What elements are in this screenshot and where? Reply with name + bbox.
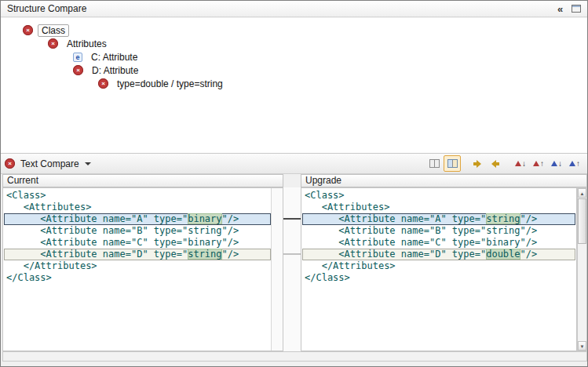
previous-change-button[interactable]: ↑ bbox=[566, 155, 583, 172]
code-text: "/> bbox=[520, 249, 538, 260]
tree-item[interactable]: ×Attributes bbox=[1, 37, 587, 50]
tree-item[interactable]: ×Class bbox=[1, 24, 587, 37]
code-line[interactable]: <Attribute name="C" type="binary"/> bbox=[4, 237, 271, 249]
scrollbar-thumb[interactable] bbox=[578, 198, 586, 244]
tree-item-label: Class bbox=[38, 24, 69, 37]
code-text: <Attribute name="B" type="string"/> bbox=[6, 225, 239, 236]
compare-editor-window: Structure Compare « ×Class×AttributeseC:… bbox=[0, 0, 588, 367]
code-line[interactable]: </Attributes> bbox=[4, 260, 271, 272]
diff-segment: string bbox=[188, 249, 221, 260]
tree-item-label: Attributes bbox=[63, 38, 111, 50]
code-text: "/> bbox=[222, 249, 239, 260]
diff-change-icon: × bbox=[48, 38, 58, 49]
code-text: </Attributes> bbox=[305, 260, 396, 271]
code-line[interactable]: <Attributes> bbox=[302, 202, 575, 213]
code-text: <Attributes> bbox=[6, 202, 91, 213]
tree-item[interactable]: ×D: Attribute bbox=[1, 64, 587, 77]
hide-show-ancestor-pane-button[interactable] bbox=[425, 155, 443, 172]
panes-color-icon bbox=[447, 159, 458, 168]
diff-change-icon: × bbox=[98, 78, 108, 89]
view-menu-button[interactable] bbox=[569, 2, 583, 15]
diff-connector-selected bbox=[283, 218, 301, 220]
code-line[interactable]: <Attribute name="D" type="double"/> bbox=[302, 249, 575, 260]
structure-compare-title: Structure Compare bbox=[7, 3, 86, 14]
nav-down-blue-icon: ↓ bbox=[551, 160, 562, 168]
code-line[interactable]: <Attributes> bbox=[4, 202, 271, 213]
right-code-area[interactable]: <Class> <Attributes> <Attribute name="A"… bbox=[302, 189, 575, 350]
code-line[interactable]: </Class> bbox=[302, 272, 575, 284]
tree-item-label: C: Attribute bbox=[87, 51, 141, 64]
code-text: </Class> bbox=[6, 272, 52, 283]
tree-item[interactable]: eC: Attribute bbox=[1, 50, 587, 64]
code-text: <Attribute name="C" type="binary"/> bbox=[305, 237, 537, 248]
next-change-button[interactable]: ↓ bbox=[548, 155, 565, 172]
next-difference-button[interactable]: ↓ bbox=[512, 155, 529, 172]
code-text: </Attributes> bbox=[6, 260, 97, 271]
copy-right-icon bbox=[473, 160, 481, 168]
code-line[interactable]: </Class> bbox=[4, 272, 271, 284]
code-line[interactable]: <Class> bbox=[4, 190, 271, 202]
code-line[interactable]: <Attribute name="A" type="binary"/> bbox=[4, 213, 271, 225]
view-menu-icon bbox=[572, 5, 581, 13]
code-text: "/> bbox=[520, 213, 538, 224]
text-compare-title[interactable]: Text Compare bbox=[20, 158, 79, 169]
code-text: <Attribute name="A" type=" bbox=[6, 213, 188, 224]
code-text: <Class> bbox=[305, 190, 345, 201]
code-line[interactable]: <Attribute name="B" type="string"/> bbox=[4, 225, 271, 237]
diff-gutter bbox=[283, 187, 301, 351]
code-text: <Attribute name="D" type=" bbox=[6, 249, 188, 260]
copy-left-icon bbox=[491, 160, 499, 168]
code-line[interactable]: <Class> bbox=[302, 190, 575, 202]
left-code-area[interactable]: <Class> <Attributes> <Attribute name="A"… bbox=[4, 189, 271, 350]
left-scrollbar-track[interactable] bbox=[271, 188, 283, 351]
copy-all-left-to-right-button[interactable] bbox=[469, 155, 486, 172]
copy-all-right-to-left-button[interactable] bbox=[487, 155, 504, 172]
structure-compare-tree[interactable]: ×Class×AttributeseC: Attribute×D: Attrib… bbox=[1, 18, 587, 153]
scroll-down-button[interactable]: ▼ bbox=[578, 341, 586, 351]
diff-change-icon: × bbox=[73, 65, 83, 75]
code-text: <Attribute name="A" type=" bbox=[305, 213, 486, 224]
chevron-down-icon[interactable] bbox=[85, 162, 91, 165]
vertical-scrollbar[interactable]: ▲ ▼ bbox=[577, 187, 587, 351]
structure-compare-header: Structure Compare « bbox=[1, 1, 587, 17]
code-text: <Attribute name="B" type="string"/> bbox=[305, 225, 537, 236]
code-line[interactable]: <Attribute name="A" type="string"/> bbox=[302, 213, 575, 225]
collapse-all-button[interactable]: « bbox=[553, 2, 567, 15]
code-line[interactable]: <Attribute name="C" type="binary"/> bbox=[302, 237, 575, 249]
left-compare-pane[interactable]: <Class> <Attributes> <Attribute name="A"… bbox=[2, 187, 283, 351]
diff-segment: double bbox=[486, 249, 520, 260]
code-line[interactable]: <Attribute name="B" type="string"/> bbox=[302, 225, 575, 237]
diff-segment: binary bbox=[188, 213, 221, 224]
panes-gray-icon bbox=[429, 159, 440, 168]
tree-item-label: type=double / type=string bbox=[113, 78, 227, 90]
code-line[interactable]: </Attributes> bbox=[302, 260, 575, 272]
two-way-compare-button[interactable] bbox=[444, 155, 461, 172]
horizontal-scrollbar[interactable] bbox=[2, 351, 587, 362]
previous-difference-button[interactable]: ↑ bbox=[530, 155, 547, 172]
diff-segment: string bbox=[486, 213, 520, 224]
double-chevron-left-icon: « bbox=[557, 4, 562, 14]
element-icon: e bbox=[73, 53, 82, 62]
code-text: </Class> bbox=[305, 272, 350, 283]
code-text: <Attribute name="C" type="binary"/> bbox=[6, 237, 239, 248]
code-text: <Attribute name="D" type=" bbox=[305, 249, 486, 260]
diff-connector bbox=[283, 253, 301, 255]
right-pane-header: Upgrade bbox=[301, 174, 587, 187]
text-compare-icon: × bbox=[5, 158, 15, 169]
nav-up-red-icon: ↑ bbox=[533, 160, 544, 168]
nav-up-blue-icon: ↑ bbox=[569, 160, 580, 168]
code-text: <Class> bbox=[6, 190, 46, 201]
diff-change-icon: × bbox=[23, 25, 33, 35]
toolbar-button-group: ↓↑↓↑ bbox=[425, 155, 583, 172]
code-text: <Attributes> bbox=[305, 202, 389, 213]
nav-down-red-icon: ↓ bbox=[515, 160, 526, 168]
tree-item-label: D: Attribute bbox=[88, 64, 142, 77]
right-compare-pane[interactable]: <Class> <Attributes> <Attribute name="A"… bbox=[301, 187, 577, 351]
code-text: "/> bbox=[222, 213, 239, 224]
left-pane-header: Current bbox=[2, 174, 283, 187]
text-compare-toolbar: × Text Compare ↓↑↓↑ bbox=[1, 153, 587, 174]
tree-item[interactable]: ×type=double / type=string bbox=[1, 77, 587, 90]
code-line[interactable]: <Attribute name="D" type="string"/> bbox=[4, 249, 271, 260]
scroll-up-button[interactable]: ▲ bbox=[578, 188, 586, 198]
